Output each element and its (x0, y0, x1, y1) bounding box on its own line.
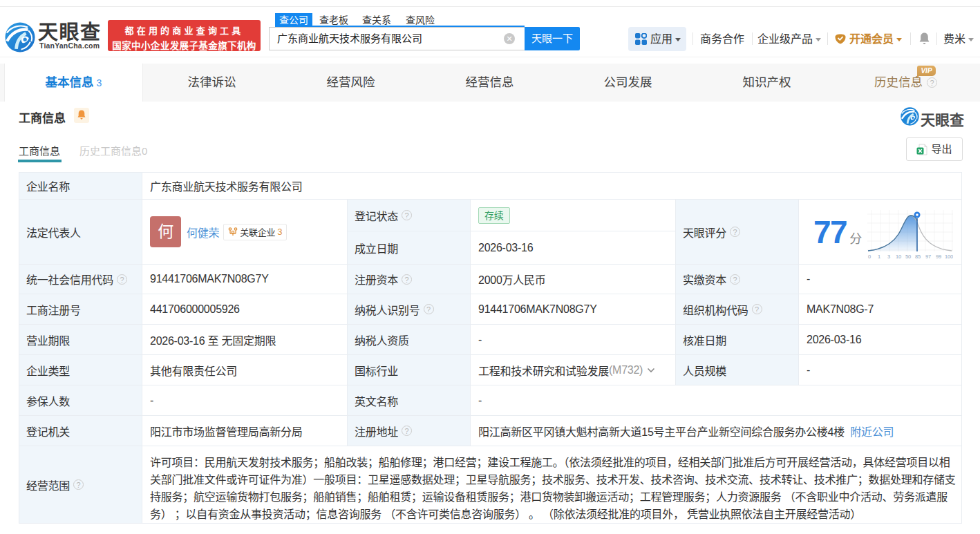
svg-text:50: 50 (905, 254, 911, 260)
svg-text:3: 3 (887, 254, 890, 260)
svg-text:100: 100 (945, 254, 953, 260)
svg-text:1: 1 (878, 254, 880, 260)
svg-text:85: 85 (915, 254, 921, 260)
svg-text:0: 0 (868, 254, 871, 260)
svg-text:99: 99 (936, 254, 941, 260)
svg-text:10: 10 (896, 254, 901, 260)
svg-text:97: 97 (925, 254, 931, 260)
